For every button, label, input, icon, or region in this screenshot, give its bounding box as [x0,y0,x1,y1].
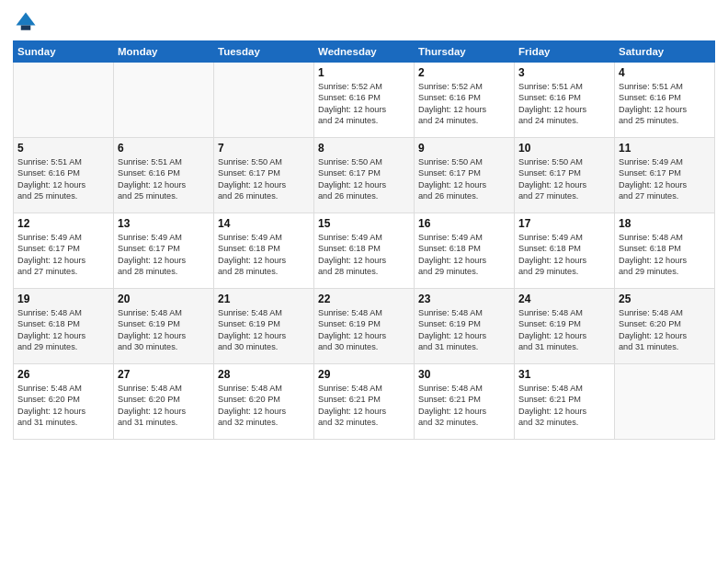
calendar-cell: 18Sunrise: 5:48 AMSunset: 6:18 PMDayligh… [615,213,715,289]
calendar-week-row: 26Sunrise: 5:48 AMSunset: 6:20 PMDayligh… [14,364,715,440]
day-number: 20 [118,293,210,305]
day-number: 28 [218,368,310,381]
header-cell-friday: Friday [515,41,615,63]
day-number: 8 [318,142,410,155]
cell-content: Sunrise: 5:48 AMSunset: 6:19 PMDaylight:… [218,307,310,353]
calendar-cell: 13Sunrise: 5:49 AMSunset: 6:17 PMDayligh… [114,213,214,289]
cell-content: Sunrise: 5:48 AMSunset: 6:20 PMDaylight:… [17,383,109,429]
cell-content: Sunrise: 5:49 AMSunset: 6:18 PMDaylight:… [518,232,610,278]
calendar-cell: 10Sunrise: 5:50 AMSunset: 6:17 PMDayligh… [515,138,615,213]
calendar-cell: 23Sunrise: 5:48 AMSunset: 6:19 PMDayligh… [415,289,515,364]
day-number: 16 [418,217,510,230]
day-number: 7 [218,142,310,155]
cell-content: Sunrise: 5:51 AMSunset: 6:16 PMDaylight:… [619,81,711,127]
calendar-cell: 14Sunrise: 5:49 AMSunset: 6:18 PMDayligh… [214,213,314,289]
cell-content: Sunrise: 5:48 AMSunset: 6:19 PMDaylight:… [518,307,610,353]
cell-content: Sunrise: 5:49 AMSunset: 6:18 PMDaylight:… [218,232,310,278]
cell-content: Sunrise: 5:48 AMSunset: 6:18 PMDaylight:… [17,307,109,353]
day-number: 26 [17,368,109,381]
calendar-cell: 4Sunrise: 5:51 AMSunset: 6:16 PMDaylight… [615,63,715,138]
calendar-cell [114,63,214,138]
calendar-cell [214,63,314,138]
day-number: 24 [518,293,610,305]
header-cell-saturday: Saturday [615,41,715,63]
cell-content: Sunrise: 5:51 AMSunset: 6:16 PMDaylight:… [518,81,610,127]
calendar-cell: 1Sunrise: 5:52 AMSunset: 6:16 PMDaylight… [314,63,415,138]
calendar-week-row: 12Sunrise: 5:49 AMSunset: 6:17 PMDayligh… [14,213,715,289]
calendar-cell: 29Sunrise: 5:48 AMSunset: 6:21 PMDayligh… [314,364,415,440]
calendar-cell [615,364,715,440]
header-cell-monday: Monday [114,41,214,63]
cell-content: Sunrise: 5:48 AMSunset: 6:19 PMDaylight:… [118,307,210,353]
calendar-cell: 17Sunrise: 5:49 AMSunset: 6:18 PMDayligh… [515,213,615,289]
calendar-week-row: 5Sunrise: 5:51 AMSunset: 6:16 PMDaylight… [14,138,715,213]
calendar-cell: 3Sunrise: 5:51 AMSunset: 6:16 PMDaylight… [515,63,615,138]
calendar-cell: 5Sunrise: 5:51 AMSunset: 6:16 PMDaylight… [14,138,114,213]
cell-content: Sunrise: 5:49 AMSunset: 6:17 PMDaylight:… [118,232,210,278]
day-number: 15 [318,217,410,230]
calendar-cell: 25Sunrise: 5:48 AMSunset: 6:20 PMDayligh… [615,289,715,364]
day-number: 9 [418,142,510,155]
day-number: 2 [418,66,510,79]
day-number: 12 [17,217,109,230]
day-number: 17 [518,217,610,230]
day-number: 3 [518,66,610,79]
calendar-cell: 8Sunrise: 5:50 AMSunset: 6:17 PMDaylight… [314,138,415,213]
calendar-cell: 28Sunrise: 5:48 AMSunset: 6:20 PMDayligh… [214,364,314,440]
day-number: 10 [518,142,610,155]
cell-content: Sunrise: 5:48 AMSunset: 6:19 PMDaylight:… [418,307,510,353]
calendar-cell: 20Sunrise: 5:48 AMSunset: 6:19 PMDayligh… [114,289,214,364]
day-number: 13 [118,217,210,230]
day-number: 5 [17,142,109,155]
day-number: 31 [518,368,610,381]
cell-content: Sunrise: 5:52 AMSunset: 6:16 PMDaylight:… [418,81,510,127]
day-number: 1 [318,66,410,79]
logo [13,9,42,35]
calendar-cell: 11Sunrise: 5:49 AMSunset: 6:17 PMDayligh… [615,138,715,213]
cell-content: Sunrise: 5:48 AMSunset: 6:20 PMDaylight:… [118,383,210,429]
cell-content: Sunrise: 5:51 AMSunset: 6:16 PMDaylight:… [17,156,109,202]
calendar-cell: 30Sunrise: 5:48 AMSunset: 6:21 PMDayligh… [415,364,515,440]
day-number: 27 [118,368,210,381]
calendar-cell: 2Sunrise: 5:52 AMSunset: 6:16 PMDaylight… [415,63,515,138]
calendar-cell: 9Sunrise: 5:50 AMSunset: 6:17 PMDaylight… [415,138,515,213]
cell-content: Sunrise: 5:49 AMSunset: 6:17 PMDaylight:… [619,156,711,202]
calendar-cell: 26Sunrise: 5:48 AMSunset: 6:20 PMDayligh… [14,364,114,440]
day-number: 11 [619,142,711,155]
day-number: 14 [218,217,310,230]
calendar-cell [14,63,114,138]
cell-content: Sunrise: 5:50 AMSunset: 6:17 PMDaylight:… [318,156,410,202]
cell-content: Sunrise: 5:48 AMSunset: 6:21 PMDaylight:… [518,383,610,429]
day-number: 23 [418,293,510,305]
calendar-cell: 12Sunrise: 5:49 AMSunset: 6:17 PMDayligh… [14,213,114,289]
calendar-header-row: SundayMondayTuesdayWednesdayThursdayFrid… [14,41,715,63]
cell-content: Sunrise: 5:48 AMSunset: 6:20 PMDaylight:… [619,307,711,353]
day-number: 30 [418,368,510,381]
cell-content: Sunrise: 5:48 AMSunset: 6:18 PMDaylight:… [619,232,711,278]
cell-content: Sunrise: 5:52 AMSunset: 6:16 PMDaylight:… [318,81,410,127]
calendar-cell: 31Sunrise: 5:48 AMSunset: 6:21 PMDayligh… [515,364,615,440]
day-number: 4 [619,66,711,79]
cell-content: Sunrise: 5:48 AMSunset: 6:21 PMDaylight:… [418,383,510,429]
calendar-cell: 19Sunrise: 5:48 AMSunset: 6:18 PMDayligh… [14,289,114,364]
calendar-cell: 21Sunrise: 5:48 AMSunset: 6:19 PMDayligh… [214,289,314,364]
calendar-cell: 27Sunrise: 5:48 AMSunset: 6:20 PMDayligh… [114,364,214,440]
cell-content: Sunrise: 5:51 AMSunset: 6:16 PMDaylight:… [118,156,210,202]
day-number: 19 [17,293,109,305]
day-number: 6 [118,142,210,155]
day-number: 18 [619,217,711,230]
calendar-cell: 24Sunrise: 5:48 AMSunset: 6:19 PMDayligh… [515,289,615,364]
cell-content: Sunrise: 5:48 AMSunset: 6:21 PMDaylight:… [318,383,410,429]
calendar-week-row: 19Sunrise: 5:48 AMSunset: 6:18 PMDayligh… [14,289,715,364]
cell-content: Sunrise: 5:48 AMSunset: 6:19 PMDaylight:… [318,307,410,353]
calendar-cell: 15Sunrise: 5:49 AMSunset: 6:18 PMDayligh… [314,213,415,289]
header [13,9,715,35]
calendar-cell: 6Sunrise: 5:51 AMSunset: 6:16 PMDaylight… [114,138,214,213]
svg-marker-0 [17,13,36,26]
page: SundayMondayTuesdayWednesdayThursdayFrid… [0,0,728,563]
calendar-cell: 16Sunrise: 5:49 AMSunset: 6:18 PMDayligh… [415,213,515,289]
calendar-week-row: 1Sunrise: 5:52 AMSunset: 6:16 PMDaylight… [14,63,715,138]
calendar-table: SundayMondayTuesdayWednesdayThursdayFrid… [13,40,715,440]
calendar-cell: 22Sunrise: 5:48 AMSunset: 6:19 PMDayligh… [314,289,415,364]
header-cell-tuesday: Tuesday [214,41,314,63]
